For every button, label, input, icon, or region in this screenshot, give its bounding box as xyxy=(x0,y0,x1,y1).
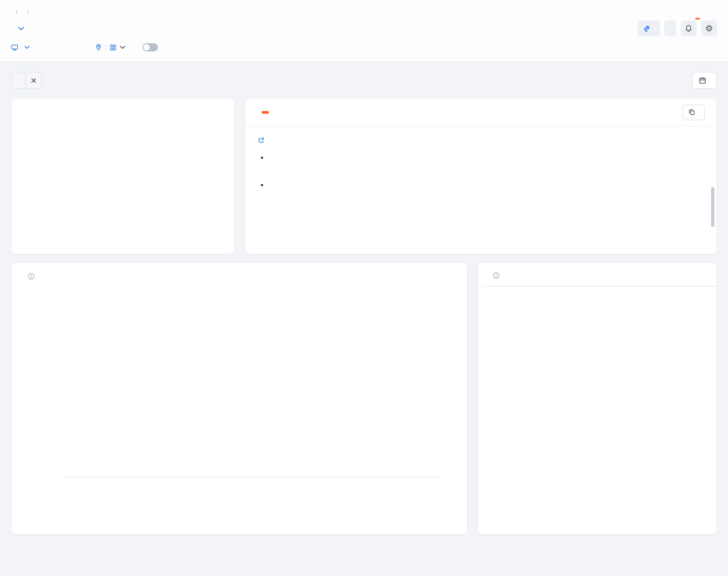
y-axis xyxy=(42,291,61,477)
share-of-voice-setting xyxy=(139,43,158,51)
improved-vs-declined xyxy=(478,287,717,297)
main-content xyxy=(0,62,728,535)
header: › › xyxy=(0,0,728,62)
domain-filter-chip xyxy=(11,72,42,89)
divider xyxy=(106,44,106,51)
settings-bar xyxy=(11,43,717,51)
breadcrumb-separator-icon: › xyxy=(15,7,18,15)
breadcrumb: › › xyxy=(11,7,34,15)
notifications-button[interactable] xyxy=(681,20,697,36)
date-range-picker[interactable] xyxy=(692,72,717,89)
summary-bullet-visibility xyxy=(261,152,701,176)
google-3pack-setting xyxy=(91,44,125,51)
breadcrumb-separator-icon: › xyxy=(27,7,29,15)
rankings-distribution-card xyxy=(11,263,468,535)
chevron-down-icon xyxy=(18,27,24,30)
share-of-voice-toggle[interactable] xyxy=(142,43,158,51)
info-icon[interactable] xyxy=(493,272,500,279)
domain-selector[interactable] xyxy=(15,27,24,30)
bell-icon xyxy=(685,25,693,33)
plot-area xyxy=(65,291,441,477)
looker-studio-button[interactable] xyxy=(637,20,660,36)
copy-all-button[interactable] xyxy=(682,105,705,120)
looker-studio-icon xyxy=(643,25,650,32)
pdf-button[interactable] xyxy=(664,20,676,36)
gear-icon: ⚙ xyxy=(705,24,713,33)
close-icon xyxy=(31,78,36,83)
summary-intro xyxy=(258,135,701,147)
copy-icon xyxy=(688,109,695,116)
position-tracking-page: › › xyxy=(0,0,728,535)
rankings-chart xyxy=(11,291,467,483)
map-pin-icon[interactable] xyxy=(95,44,102,51)
location-language-selector[interactable] xyxy=(11,44,30,51)
chevron-down-icon xyxy=(25,46,30,49)
metrics-card xyxy=(11,98,235,254)
notification-badge xyxy=(694,17,701,20)
summary-body xyxy=(245,126,717,176)
chip-remove-button[interactable] xyxy=(25,72,41,88)
summary-card xyxy=(245,98,717,254)
beta-badge xyxy=(262,111,269,114)
info-icon[interactable] xyxy=(28,273,35,280)
settings-button[interactable]: ⚙ xyxy=(701,20,717,36)
keywords-card xyxy=(478,263,717,535)
chevron-down-icon[interactable] xyxy=(120,46,125,49)
calendar-icon xyxy=(699,77,706,84)
toggle-knob xyxy=(143,44,150,51)
chip-label xyxy=(11,72,25,88)
bars xyxy=(65,291,441,477)
external-link-icon[interactable] xyxy=(258,137,264,143)
scrollbar-thumb[interactable] xyxy=(711,187,714,227)
monitor-icon xyxy=(11,44,18,51)
grid-icon[interactable] xyxy=(110,44,116,51)
